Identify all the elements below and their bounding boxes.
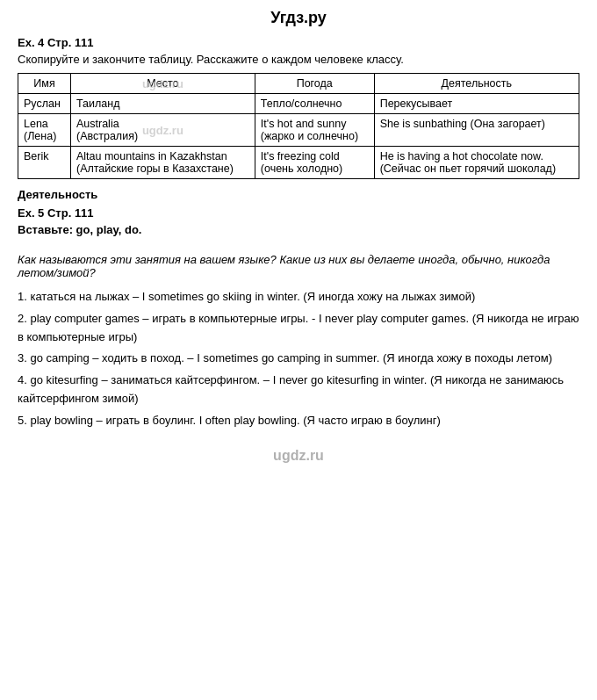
- row1-name: Руслан: [18, 94, 71, 114]
- list-item: 1. кататься на лыжах – I sometimes go sk…: [18, 288, 579, 307]
- bottom-watermark: ugdz.ru: [18, 448, 579, 464]
- site-title: Угдз.ру: [18, 9, 579, 27]
- row3-activity: He is having a hot chocolate now.(Сейчас…: [374, 147, 579, 179]
- exercise4-header: Ex. 4 Стр. 111: [18, 36, 579, 49]
- exercise5-items: 1. кататься на лыжах – I sometimes go sk…: [18, 288, 579, 430]
- table-row: Руслан Таиланд Тепло/солнечно Перекусыва…: [18, 94, 579, 114]
- row1-place: Таиланд: [70, 94, 255, 114]
- col-header-activity: Деятельность: [374, 74, 579, 94]
- exercise4-table: Имя Место ugdz.ru Погода Деятельность Ру…: [18, 73, 579, 179]
- list-item: 5. play bowling – играть в боулинг. I of…: [18, 412, 579, 430]
- col-header-place: Место ugdz.ru: [70, 74, 255, 94]
- exercise5-question: Как называются эти занятия на вашем язык…: [18, 253, 579, 279]
- bottom-watermark-text: ugdz.ru: [273, 448, 324, 463]
- row2-place: Australia(Австралия) ugdz.ru: [70, 114, 255, 147]
- list-item: 4. go kitesurfing – заниматься кайтсерфи…: [18, 372, 579, 408]
- exercise4-instruction: Скопируйте и закончите таблицу. Расскажи…: [18, 53, 579, 66]
- row2-name: Lena(Лена): [18, 114, 71, 147]
- row2-weather: It's hot and sunny(жарко и солнечно): [255, 114, 374, 147]
- row2-activity: She is sunbathing (Она загорает): [374, 114, 579, 147]
- list-item: 3. go camping – ходить в поход. – I some…: [18, 350, 579, 368]
- table-watermark-2: ugdz.ru: [142, 124, 183, 137]
- exercise5-instruction: Вставьте: go, play, do.: [18, 223, 579, 236]
- row1-weather: Тепло/солнечно: [255, 94, 374, 114]
- col-header-name: Имя: [18, 74, 71, 94]
- row3-weather: It's freezing cold(очень холодно): [255, 147, 374, 179]
- row3-place: Altau mountains in Kazakhstan(Алтайские …: [70, 147, 255, 179]
- row1-activity: Перекусывает: [374, 94, 579, 114]
- list-item: 2. play computer games – играть в компью…: [18, 310, 579, 347]
- table-row: Berik Altau mountains in Kazakhstan(Алта…: [18, 147, 579, 179]
- section-label: Деятельность: [18, 188, 579, 201]
- col-header-weather: Погода: [255, 74, 374, 94]
- exercise5-header: Ex. 5 Стр. 111: [18, 206, 579, 220]
- row3-name: Berik: [18, 147, 71, 179]
- table-row: Lena(Лена) Australia(Австралия) ugdz.ru …: [18, 114, 579, 147]
